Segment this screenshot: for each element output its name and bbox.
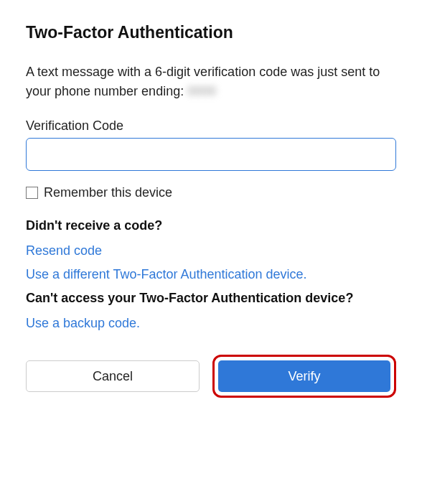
- cant-access-heading: Can't access your Two-Factor Authenticat…: [26, 289, 396, 308]
- remember-device-label: Remember this device: [44, 185, 172, 200]
- action-row: Cancel Verify: [26, 355, 396, 398]
- cancel-button[interactable]: Cancel: [26, 360, 200, 392]
- verify-button[interactable]: Verify: [218, 360, 390, 392]
- verification-code-label: Verification Code: [26, 118, 396, 134]
- resend-code-link[interactable]: Resend code: [26, 241, 396, 261]
- verify-highlight: Verify: [212, 355, 396, 398]
- phone-ending-masked: 0000: [187, 82, 216, 101]
- verification-code-input[interactable]: [26, 138, 396, 171]
- different-device-link[interactable]: Use a different Two-Factor Authenticatio…: [26, 265, 396, 284]
- page-title: Two-Factor Authentication: [26, 23, 396, 42]
- backup-code-link[interactable]: Use a backup code.: [26, 314, 396, 333]
- remember-device-checkbox[interactable]: [26, 187, 38, 199]
- remember-device-row[interactable]: Remember this device: [26, 185, 396, 200]
- description-text: A text message with a 6-digit verificati…: [26, 62, 396, 101]
- didnt-receive-heading: Didn't receive a code?: [26, 216, 396, 235]
